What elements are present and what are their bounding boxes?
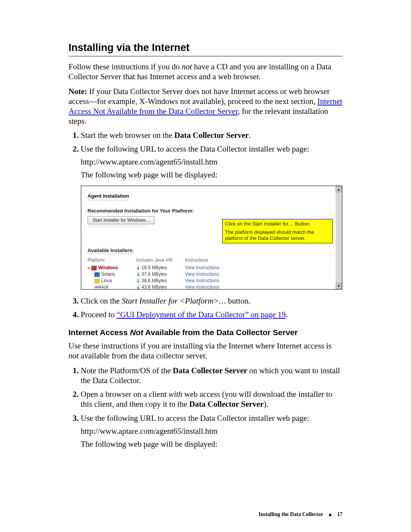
step-2-after: The following web page will be displayed… (81, 170, 342, 180)
page-number: 17 (337, 511, 342, 517)
scroll-up-icon[interactable]: ▲ (336, 186, 342, 192)
linux-icon (94, 279, 100, 283)
heading-rule (68, 56, 342, 56)
platform-name: Windows (98, 265, 118, 270)
download-icon[interactable]: ⤓ (136, 284, 140, 289)
step-1: Start the web browser on the Data Collec… (81, 130, 342, 140)
table-header-row: Platform Includes Java VM Instructions (88, 257, 226, 265)
step-b2: Open a browser on a client with web acce… (81, 389, 342, 409)
subsection-heading: Internet Access Not Available from the D… (68, 328, 342, 337)
italic: Not (130, 328, 143, 337)
text: . (286, 310, 288, 319)
col-java: Includes Java VM (136, 257, 185, 265)
intro2-paragraph: Use these instructions if you are instal… (68, 341, 342, 361)
table-row: IBMAIX ⤓43.6 MBytes View Instructions (88, 284, 226, 289)
step-2: Use the following URL to access the Data… (81, 144, 342, 290)
callout-line-2: The platform displayed should match the … (225, 229, 330, 242)
size: 16.5 MBytes (142, 265, 167, 270)
steps-list-b: Note the Platform/OS of the Data Collect… (68, 366, 342, 449)
available-installers-label: Available Installers: (88, 248, 134, 254)
text: ). (264, 399, 268, 409)
text: button. (226, 296, 250, 305)
col-platform: Platform (88, 257, 136, 265)
triangle-icon: ▲ (328, 511, 333, 518)
step-b3-url: http://www.aptare.com/agent65/install.ht… (81, 426, 342, 436)
size: 37.6 MBytes (142, 272, 167, 277)
scroll-down-icon[interactable]: ▼ (336, 283, 342, 289)
text: Note the Platform/OS of the (81, 366, 173, 375)
steps-list-a: Start the web browser on the Data Collec… (68, 130, 342, 320)
italic: not (68, 351, 79, 360)
download-icon[interactable]: ⤓ (136, 278, 140, 283)
size: 43.6 MBytes (142, 284, 167, 289)
view-instructions-link[interactable]: View Instructions (185, 278, 226, 284)
italic: with (169, 390, 182, 399)
section-heading: Installing via the Internet (68, 42, 342, 54)
installer-page-screenshot: Agent Installation Recommended Installat… (81, 185, 342, 290)
platform-name: AIX (101, 284, 108, 289)
table-row: Linux ⤓38.6 MBytes View Instructions (88, 278, 226, 284)
text: Proceed to (81, 310, 116, 319)
platform-name: Solaris (101, 272, 115, 277)
scrollbar[interactable]: ▲ ▼ (336, 186, 342, 289)
solaris-icon (94, 272, 100, 277)
text: Follow these instructions if you do (68, 62, 182, 71)
aix-icon: IBM (94, 285, 100, 289)
text: Start the web browser on the (81, 131, 174, 140)
divider (88, 226, 148, 226)
text: . (249, 131, 251, 140)
col-instructions: Instructions (185, 257, 226, 265)
page-footer: Installing the Data Collector ▲ 17 (258, 511, 342, 518)
text: Available from the Data Collector Server (143, 328, 298, 337)
start-installer-button[interactable]: Start Installer for Windows... (88, 216, 155, 224)
text: Use these instructions if you are instal… (68, 341, 331, 350)
recommended-label: Recommended Installation for Your Platfo… (88, 208, 336, 214)
text: Click on the (81, 296, 122, 305)
table-row: »Windows ⤓16.5 MBytes View Instructions (88, 265, 226, 271)
step-b1: Note the Platform/OS of the Data Collect… (81, 366, 342, 386)
view-instructions-link[interactable]: View Instructions (185, 265, 226, 271)
installers-table: Platform Includes Java VM Instructions »… (88, 257, 226, 289)
text: Use the following URL to access the Data… (81, 144, 309, 153)
text: Internet Access (68, 328, 130, 337)
bold: Data Collector Server (174, 131, 249, 140)
callout-line-1: Click on the Start Installer for.... But… (225, 221, 330, 227)
windows-icon (91, 266, 97, 270)
view-instructions-link[interactable]: View Instructions (185, 284, 226, 289)
step-4: Proceed to “GUI Deployment of the Data C… (81, 310, 342, 320)
text: Open a browser on a client (81, 390, 169, 399)
bold: Data Collector Server (173, 366, 247, 375)
download-icon[interactable]: ⤓ (136, 272, 140, 277)
note-paragraph: Note: If your Data Collector Server does… (68, 86, 342, 126)
download-icon[interactable]: ⤓ (136, 265, 140, 270)
italic: Start Installer for <Platform>… (122, 296, 226, 305)
selected-arrow-icon: » (88, 265, 90, 270)
footer-label: Installing the Data Collector (258, 511, 323, 517)
note-label: Note: (68, 87, 87, 96)
emphasis-not: not (182, 62, 192, 71)
table-row: Solaris ⤓37.6 MBytes View Instructions (88, 271, 226, 278)
size: 38.6 MBytes (142, 278, 167, 283)
text: Use the following URL to access the Data… (81, 414, 309, 423)
step-3: Click on the Start Installer for <Platfo… (81, 296, 342, 306)
text: available from the data collector server… (79, 351, 207, 360)
callout-box: Click on the Start Installer for.... But… (222, 219, 333, 244)
view-instructions-link[interactable]: View Instructions (185, 271, 226, 278)
agent-installation-label: Agent Installation (88, 193, 129, 200)
step-b3: Use the following URL to access the Data… (81, 413, 342, 449)
gui-deployment-link[interactable]: “GUI Deployment of the Data Collector” o… (116, 310, 285, 319)
step-b3-after: The following web page will be displayed… (81, 439, 342, 449)
bold: Data Collector Server (189, 399, 264, 409)
step-2-url: http://www.aptare.com/agent65/install.ht… (81, 157, 342, 167)
intro-paragraph: Follow these instructions if you do not … (68, 62, 342, 82)
platform-name: Linux (101, 278, 112, 283)
text: If your Data Collector Server does not h… (68, 87, 330, 106)
